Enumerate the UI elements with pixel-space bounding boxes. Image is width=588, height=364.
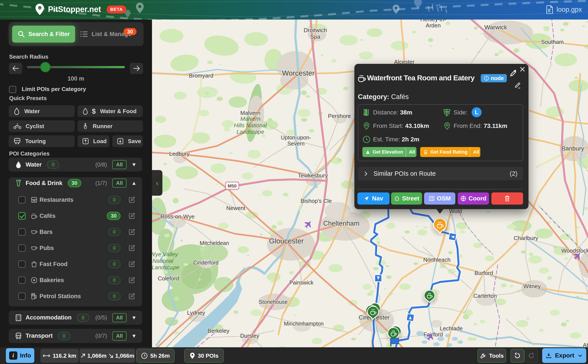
svg-text:Stonehouse: Stonehouse xyxy=(258,299,287,305)
svg-text:Cheltenham: Cheltenham xyxy=(323,220,359,227)
svg-text:Malvern: Malvern xyxy=(240,116,260,122)
svg-text:Mitcheldean: Mitcheldean xyxy=(200,240,229,246)
svg-text:Charlbury: Charlbury xyxy=(514,235,538,241)
svg-text:Warwick: Warwick xyxy=(485,24,507,31)
svg-text:M50: M50 xyxy=(228,183,237,188)
svg-text:Burford: Burford xyxy=(474,270,493,276)
svg-text:Lydney: Lydney xyxy=(187,310,205,316)
svg-text:Painswick: Painswick xyxy=(289,280,314,286)
svg-text:Spa: Spa xyxy=(310,33,321,40)
svg-text:Banbury: Banbury xyxy=(562,145,584,152)
svg-text:Witney: Witney xyxy=(523,283,540,290)
svg-text:Ross-on-Wye: Ross-on-Wye xyxy=(160,213,194,220)
svg-text:Woodstock: Woodstock xyxy=(561,247,588,254)
svg-text:Carterton: Carterton xyxy=(473,292,497,299)
svg-text:Landscape: Landscape xyxy=(236,129,264,135)
svg-text:Arden: Arden xyxy=(426,22,440,29)
svg-text:Malvern: Malvern xyxy=(240,110,260,116)
svg-text:Gloucester: Gloucester xyxy=(269,237,304,245)
svg-text:Berkeley: Berkeley xyxy=(207,327,229,334)
svg-text:Bishop's Cle: Bishop's Cle xyxy=(301,198,332,204)
svg-text:Bromyard: Bromyard xyxy=(189,72,213,79)
svg-text:Lechlade: Lechlade xyxy=(440,325,463,332)
svg-text:Droitwich: Droitwich xyxy=(304,27,327,33)
svg-text:Pershore: Pershore xyxy=(328,113,351,119)
svg-text:Hills National: Hills National xyxy=(234,122,267,129)
svg-text:Coleford: Coleford xyxy=(158,275,179,282)
svg-text:Fairford: Fairford xyxy=(423,331,443,338)
svg-text:Severn: Severn xyxy=(287,141,304,147)
svg-text:Minchinhampton: Minchinhampton xyxy=(284,321,323,327)
svg-text:Wye Valley: Wye Valley xyxy=(152,251,179,258)
svg-text:Cinderford: Cinderford xyxy=(193,260,219,266)
svg-text:Northleach: Northleach xyxy=(423,256,451,263)
svg-text:Landscape: Landscape xyxy=(152,264,179,271)
svg-text:Ledbury: Ledbury xyxy=(169,150,190,157)
svg-text:Upton-upon-: Upton-upon- xyxy=(281,134,311,141)
svg-text:Newent: Newent xyxy=(226,205,246,211)
svg-text:Southam: Southam xyxy=(541,39,564,45)
svg-text:Tewkesbury: Tewkesbury xyxy=(298,172,328,179)
svg-text:Worcester: Worcester xyxy=(282,69,315,77)
svg-text:Dursley: Dursley xyxy=(240,332,259,339)
svg-text:National: National xyxy=(152,258,174,264)
